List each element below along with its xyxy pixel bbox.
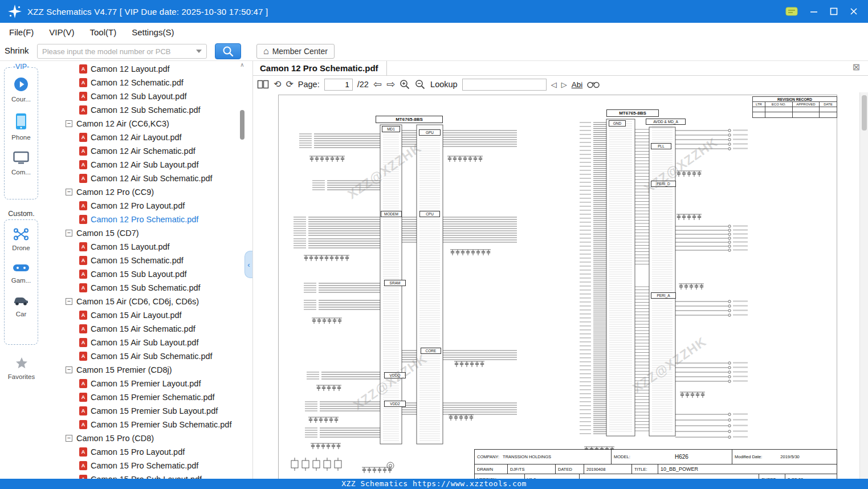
prev-page-icon[interactable]: ⇦ — [373, 79, 382, 89]
panel-collapse-handle[interactable]: ‹ — [244, 251, 252, 278]
sidebar-item-phone[interactable]: Phone — [11, 113, 30, 141]
pdf-icon: A — [79, 256, 87, 265]
search-input[interactable] — [38, 45, 196, 58]
tree-item[interactable]: ACamon 12 Pro Schematic.pdf — [43, 213, 252, 226]
close-document-icon[interactable]: ⊠ — [853, 63, 860, 72]
tree-item[interactable]: ACamon 12 Air Sub Layout.pdf — [43, 158, 252, 172]
sidebar-item-drone[interactable]: Drone — [12, 228, 30, 251]
tree-item-label: Camon 12 Air (CC6,KC3) — [76, 119, 169, 128]
vip-status-icon[interactable] — [785, 6, 798, 17]
chip-block-label: CPU — [419, 211, 440, 217]
tree-item-label: Camon 15 Air Sub Schematic.pdf — [91, 352, 213, 361]
tree-item[interactable]: ACamon 12 Pro Layout.pdf — [43, 199, 252, 213]
rotate-right-icon[interactable]: ⟳ — [286, 80, 293, 89]
pdf-icon: A — [79, 64, 87, 74]
file-tree: ACamon 12 Layout.pdfACamon 12 Schematic.… — [43, 61, 252, 479]
model-search-box — [37, 44, 207, 59]
pdf-icon: A — [79, 461, 87, 470]
tree-group[interactable]: −Camon 15 (CD7) — [43, 226, 252, 240]
page-number-input[interactable] — [324, 79, 353, 91]
sidebar-item-cour[interactable]: Cour... — [11, 77, 31, 103]
document-scroll-thumb[interactable] — [862, 95, 867, 131]
find-next-icon[interactable]: ▷ — [561, 81, 567, 88]
tree-item[interactable]: ACamon 12 Schematic.pdf — [43, 76, 252, 89]
tree-group[interactable]: −Camon 15 Pro (CD8) — [43, 431, 252, 445]
document-scrollbar[interactable] — [859, 92, 868, 479]
rotate-left-icon[interactable]: ⟲ — [274, 80, 281, 89]
lookup-input[interactable] — [462, 79, 547, 91]
menu-item-vip[interactable]: VIP(V) — [49, 27, 74, 37]
tree-group[interactable]: −Camon 15 Premier (CD8j) — [43, 363, 252, 377]
tree-item-label: Camon 15 Pro (CD8) — [76, 434, 154, 443]
shrink-button[interactable]: Shrink — [5, 46, 29, 55]
tree-item-label: Camon 12 Air Sub Layout.pdf — [91, 160, 198, 169]
binoculars-icon[interactable] — [587, 80, 600, 88]
tree-group[interactable]: −Camon 12 Pro (CC9) — [43, 185, 252, 199]
zoom-out-icon[interactable] — [415, 79, 426, 89]
close-icon[interactable] — [850, 7, 858, 15]
sidebar-item-favorites[interactable]: Favorites — [0, 356, 43, 380]
tree-item[interactable]: ACamon 12 Layout.pdf — [43, 62, 252, 76]
collapse-icon[interactable]: − — [66, 189, 72, 195]
chip-block-label: GPU — [419, 129, 441, 136]
scroll-up-icon[interactable]: ∧ — [239, 62, 246, 68]
tree-item[interactable]: ACamon 15 Premier Sub Schematic.pdf — [43, 418, 252, 431]
search-button[interactable] — [215, 43, 241, 59]
tree-item[interactable]: ACamon 15 Premier Sub Layout.pdf — [43, 404, 252, 418]
collapse-icon[interactable]: − — [66, 435, 72, 442]
tree-item[interactable]: ACamon 15 Pro Layout.pdf — [43, 445, 252, 459]
tree-scroll-thumb[interactable] — [240, 110, 244, 140]
menu-item-tool[interactable]: Tool(T) — [90, 27, 117, 37]
minimize-icon[interactable] — [810, 7, 818, 15]
chip-block-label: MD1 — [382, 126, 400, 132]
match-case-button[interactable]: Abi — [572, 80, 583, 89]
find-prev-icon[interactable]: ◁ — [551, 81, 557, 88]
sidebar-item-com[interactable]: Com... — [11, 151, 31, 176]
tree-item[interactable]: ACamon 12 Air Sub Schematic.pdf — [43, 172, 252, 185]
tree-group[interactable]: −Camon 12 Air (CC6,KC3) — [43, 117, 252, 131]
collapse-icon[interactable]: − — [66, 120, 72, 127]
collapse-icon[interactable]: − — [66, 298, 72, 305]
tree-item[interactable]: ACamon 12 Sub Layout.pdf — [43, 89, 252, 103]
title-block: COMPANY: TRANSSION HOLDINGS MODEL: H626 … — [474, 449, 837, 479]
tree-item[interactable]: ACamon 15 Air Layout.pdf — [43, 308, 252, 322]
monitor-icon — [13, 151, 29, 167]
chip-title: MT6765-8BS — [606, 109, 659, 117]
document-tab[interactable]: Camon 12 Pro Schematic.pdf — [253, 61, 387, 76]
tree-item[interactable]: ACamon 15 Sub Layout.pdf — [43, 267, 252, 281]
title-block-company: COMPANY: TRANSSION HOLDINGS — [475, 450, 612, 464]
zoom-in-icon[interactable] — [400, 79, 410, 89]
revision-record-row — [753, 107, 837, 112]
sidebar-item-car[interactable]: Car — [13, 295, 30, 317]
tree-item[interactable]: ACamon 15 Premier Schematic.pdf — [43, 390, 252, 404]
member-center-button[interactable]: ⌂ Member Center — [256, 44, 335, 59]
sidebar-item-gam[interactable]: Gam... — [11, 263, 31, 284]
next-page-icon[interactable]: ⇨ — [386, 79, 395, 89]
icon-sidebar: -VIP- Cour...PhoneCom... Custom. DroneGa… — [0, 61, 43, 479]
tree-item[interactable]: ACamon 12 Air Layout.pdf — [43, 131, 252, 144]
maximize-icon[interactable] — [830, 7, 838, 15]
tree-item[interactable]: ACamon 12 Sub Schematic.pdf — [43, 103, 252, 117]
pdf-icon: A — [79, 475, 87, 479]
tree-item[interactable]: ACamon 15 Schematic.pdf — [43, 254, 252, 267]
menu-item-settings[interactable]: Settings(S) — [132, 27, 174, 37]
tree-item[interactable]: ACamon 15 Premier Layout.pdf — [43, 377, 252, 390]
schematic-page[interactable]: REVISION RECORD LTR ECO NO. APPROVED DAT… — [278, 95, 837, 479]
collapse-icon[interactable]: − — [66, 230, 72, 237]
pdf-icon: A — [79, 393, 87, 402]
tree-group[interactable]: −Camon 15 Air (CD6, CD6j, CD6s) — [43, 295, 252, 308]
tree-item[interactable]: ACamon 15 Air Sub Schematic.pdf — [43, 349, 252, 363]
tree-item[interactable]: ACamon 15 Air Sub Layout.pdf — [43, 336, 252, 349]
tree-item-label: Camon 15 Premier (CD8j) — [76, 365, 172, 374]
menu-item-file[interactable]: File(F) — [9, 27, 34, 37]
tree-item[interactable]: ACamon 15 Sub Schematic.pdf — [43, 281, 252, 295]
tree-item[interactable]: ACamon 15 Pro Sub Layout.pdf — [43, 472, 252, 479]
dual-page-view-icon[interactable] — [257, 80, 269, 89]
pdf-icon: A — [79, 174, 87, 183]
tree-item[interactable]: ACamon 15 Air Schematic.pdf — [43, 322, 252, 336]
tree-item[interactable]: ACamon 12 Air Schematic.pdf — [43, 144, 252, 158]
chevron-down-icon[interactable] — [196, 50, 202, 53]
collapse-icon[interactable]: − — [66, 366, 72, 373]
tree-item[interactable]: ACamon 15 Pro Schematic.pdf — [43, 459, 252, 472]
tree-item[interactable]: ACamon 15 Layout.pdf — [43, 240, 252, 254]
